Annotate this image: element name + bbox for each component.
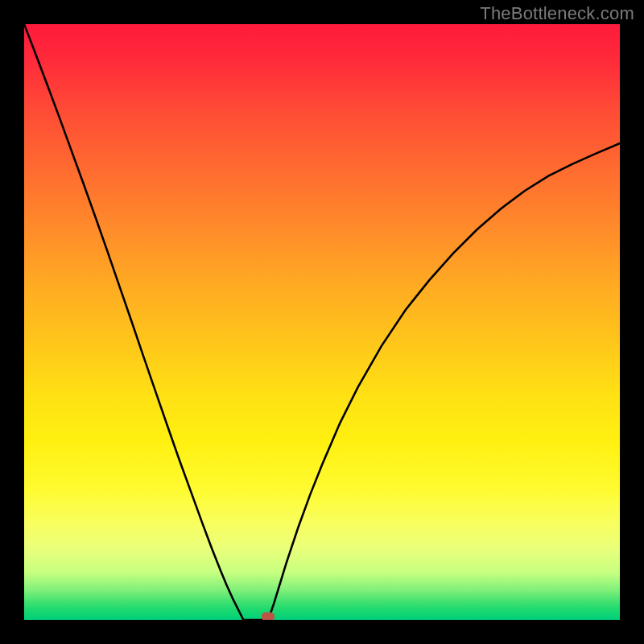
- watermark-text: TheBottleneck.com: [480, 3, 634, 24]
- curve-path: [24, 24, 620, 620]
- optimal-point-marker: [262, 613, 275, 620]
- plot-area: [24, 24, 620, 620]
- bottleneck-curve: [24, 24, 620, 620]
- chart-frame: TheBottleneck.com: [0, 0, 644, 644]
